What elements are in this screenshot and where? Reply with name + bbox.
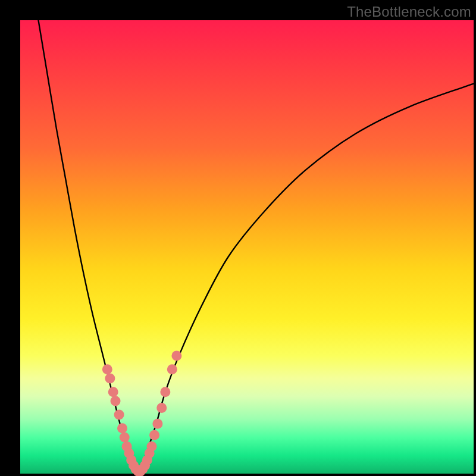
curve-group <box>38 20 474 474</box>
data-marker <box>171 350 181 361</box>
data-marker <box>167 364 177 374</box>
data-marker <box>108 387 118 397</box>
curve-path-0 <box>38 20 138 474</box>
data-marker <box>152 419 162 429</box>
chart-svg <box>20 20 474 474</box>
data-marker <box>149 430 159 440</box>
data-marker <box>156 403 167 413</box>
data-marker <box>102 364 112 374</box>
data-marker <box>160 387 170 397</box>
marker-group <box>102 350 182 476</box>
data-marker <box>117 423 127 433</box>
data-marker <box>105 373 115 383</box>
curve-path-1 <box>138 84 474 474</box>
watermark-text: TheBottleneck.com <box>347 4 471 20</box>
data-marker <box>111 396 121 406</box>
data-marker <box>120 433 130 443</box>
chart-stage: TheBottleneck.com <box>0 0 476 476</box>
data-marker <box>146 441 156 452</box>
data-marker <box>114 409 124 419</box>
